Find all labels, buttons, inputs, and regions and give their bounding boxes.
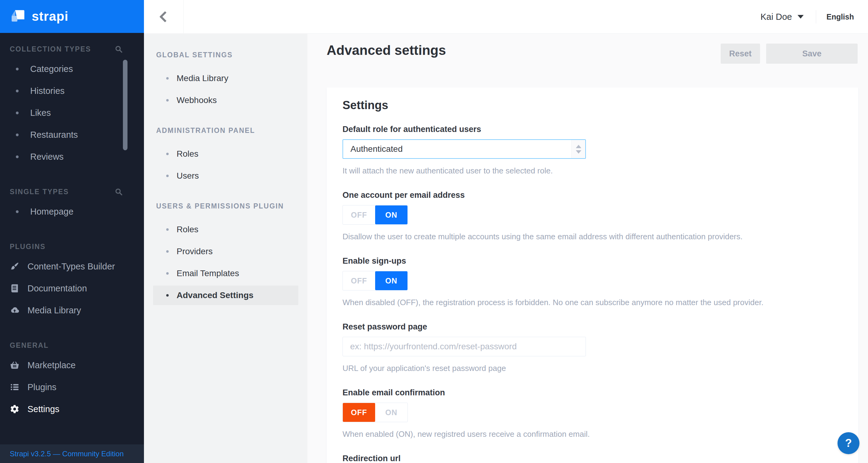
user-menu[interactable]: Kai Doe	[761, 12, 792, 22]
settings-card: Settings Default role for authenticated …	[327, 88, 858, 463]
chevron-left-icon	[159, 11, 170, 22]
sidebar-item-settings[interactable]: Settings	[0, 398, 144, 420]
sidebar-item-media-library[interactable]: Media Library	[0, 299, 144, 321]
save-button[interactable]: Save	[766, 43, 858, 64]
subnav-item-users[interactable]: Users	[153, 165, 298, 187]
field-enable-signups: Enable sign-ups OFF ON When disabled (OF…	[342, 256, 842, 307]
toggle-on-option[interactable]: ON	[375, 205, 407, 224]
subnav-item-advanced-settings[interactable]: Advanced Settings	[153, 286, 298, 305]
bullet-icon	[166, 175, 169, 177]
sidebar-item-likes[interactable]: Likes	[0, 102, 144, 124]
field-label: Enable email confirmation	[342, 388, 842, 397]
basket-icon	[10, 360, 20, 370]
sidebar-item-categories[interactable]: Categories	[0, 58, 144, 80]
section-general: GENERAL Marketplace Plugins	[0, 341, 144, 420]
arrow-down-icon	[576, 150, 581, 154]
subnav-section-users-permissions-plugin: USERS & PERMISSIONS PLUGIN Roles Provide…	[144, 201, 307, 305]
field-redirection-url: Redirection url	[342, 454, 842, 463]
sidebar-footer: Strapi v3.2.5 — Community Edition	[0, 444, 144, 463]
strapi-logo[interactable]: strapi	[0, 0, 144, 33]
bullet-icon	[16, 68, 19, 70]
field-default-role: Default role for authenticated users Aut…	[342, 125, 842, 175]
bullet-icon	[16, 156, 19, 158]
arrow-up-icon	[576, 145, 581, 148]
section-title: PLUGINS	[10, 242, 46, 251]
bullet-icon	[166, 294, 169, 297]
email-confirmation-toggle: OFF ON	[342, 403, 408, 422]
top-bar: Kai Doe English	[144, 0, 868, 34]
subnav-section-administration-panel: ADMINISTRATION PANEL Roles Users	[144, 126, 307, 187]
reset-password-url-input[interactable]	[342, 337, 586, 356]
field-one-account-per-email: One account per email address OFF ON Dis…	[342, 191, 842, 241]
bullet-icon	[166, 99, 169, 101]
field-help: URL of your application's reset password…	[342, 364, 842, 373]
sidebar-item-marketplace[interactable]: Marketplace	[0, 354, 144, 376]
back-button[interactable]	[144, 0, 184, 33]
toggle-off-option[interactable]: OFF	[343, 205, 375, 224]
toggle-off-option[interactable]: OFF	[343, 403, 375, 422]
bullet-icon	[16, 111, 19, 114]
sidebar-item-histories[interactable]: Histories	[0, 80, 144, 102]
field-reset-password-page: Reset password page URL of your applicat…	[342, 322, 842, 373]
header-divider	[816, 10, 816, 24]
bullet-icon	[16, 133, 19, 136]
field-label: One account per email address	[342, 191, 842, 200]
subnav-section-title: USERS & PERMISSIONS PLUGIN	[156, 201, 297, 210]
bullet-icon	[166, 153, 169, 155]
subnav-item-email-templates[interactable]: Email Templates	[153, 262, 298, 285]
subnav-section-global-settings: GLOBAL SETTINGS Media Library Webhooks	[144, 50, 307, 111]
settings-subnav: GLOBAL SETTINGS Media Library Webhooks A…	[144, 34, 307, 463]
book-icon	[10, 284, 20, 293]
sidebar-item-content-types-builder[interactable]: Content-Types Builder	[0, 256, 144, 277]
help-button[interactable]: ?	[837, 432, 860, 454]
field-enable-email-confirmation: Enable email confirmation OFF ON When en…	[342, 388, 842, 439]
paintbrush-icon	[10, 262, 20, 271]
main-content: Advanced settings Reset Save Settings De…	[307, 34, 868, 463]
sidebar-item-reviews[interactable]: Reviews	[0, 146, 144, 168]
sidebar-item-homepage[interactable]: Homepage	[0, 201, 144, 223]
field-label: Enable sign-ups	[342, 256, 842, 265]
strapi-logo-icon	[10, 9, 26, 24]
sidebar-item-restaurants[interactable]: Restaurants	[0, 124, 144, 146]
subnav-item-roles-plugin[interactable]: Roles	[153, 219, 298, 240]
search-icon[interactable]	[114, 187, 123, 196]
cloud-upload-icon	[10, 305, 20, 315]
sidebar-item-documentation[interactable]: Documentation	[0, 277, 144, 299]
field-help: When enabled (ON), new registred users r…	[342, 429, 842, 439]
field-label: Reset password page	[342, 322, 842, 331]
card-title: Settings	[342, 98, 842, 112]
default-role-select[interactable]: Authenticated	[342, 139, 586, 159]
one-account-toggle: OFF ON	[342, 205, 408, 225]
field-label: Redirection url	[342, 454, 842, 463]
version-link[interactable]: Strapi v3.2.5 — Community Edition	[10, 450, 124, 458]
subnav-item-roles[interactable]: Roles	[153, 143, 298, 165]
subnav-item-webhooks[interactable]: Webhooks	[153, 89, 298, 111]
toggle-on-option[interactable]: ON	[375, 403, 407, 422]
enable-signups-toggle: OFF ON	[342, 271, 408, 291]
section-single-types: SINGLE TYPES Homepage	[0, 187, 144, 223]
bullet-icon	[166, 77, 169, 79]
subnav-item-providers[interactable]: Providers	[153, 240, 298, 262]
search-icon[interactable]	[114, 44, 123, 54]
section-title: SINGLE TYPES	[10, 187, 69, 196]
section-title: GENERAL	[10, 341, 49, 350]
bullet-icon	[16, 210, 19, 213]
strapi-wordmark: strapi	[32, 9, 68, 24]
subnav-section-title: ADMINISTRATION PANEL	[156, 126, 297, 135]
toggle-on-option[interactable]: ON	[375, 271, 407, 290]
field-label: Default role for authenticated users	[342, 125, 842, 134]
select-arrows-icon[interactable]	[571, 140, 585, 158]
subnav-section-title: GLOBAL SETTINGS	[156, 50, 297, 60]
bullet-icon	[166, 272, 169, 275]
bullet-icon	[166, 228, 169, 231]
sidebar-item-plugins[interactable]: Plugins	[0, 376, 144, 398]
section-title: COLLECTION TYPES	[10, 44, 91, 54]
select-value: Authenticated	[350, 144, 403, 154]
list-icon	[10, 382, 20, 392]
language-selector[interactable]: English	[827, 12, 854, 21]
toggle-off-option[interactable]: OFF	[343, 271, 375, 290]
caret-down-icon[interactable]	[798, 15, 804, 19]
field-help: When disabled (OFF), the registration pr…	[342, 298, 842, 307]
reset-button[interactable]: Reset	[721, 43, 760, 64]
subnav-item-media-library[interactable]: Media Library	[153, 67, 298, 89]
